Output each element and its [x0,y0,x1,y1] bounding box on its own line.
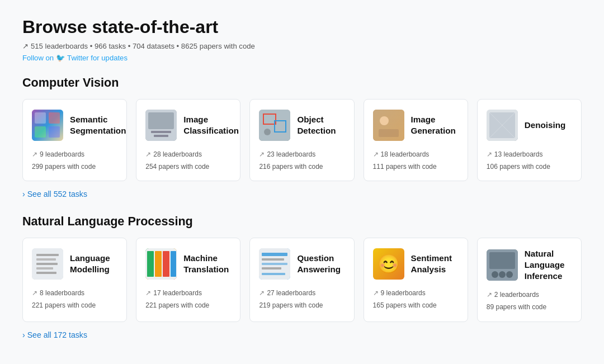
card-nlp-2[interactable]: Question Answering↗ 27 leaderboards219 p… [249,238,354,322]
chart-icon: ↗ [32,287,37,300]
card-name: Machine Translation [183,253,231,275]
twitter-link-label: Twitter for updates [67,54,128,62]
card-header: Denoising [487,110,572,141]
card-stats: ↗ 13 leaderboards106 papers with code [487,149,572,173]
card-leaderboards: ↗ 9 leaderboards [32,149,117,161]
card-papers: 221 papers with code [145,300,231,312]
card-thumbnail [259,248,290,280]
card-thumbnail [259,110,290,141]
card-computer-vision-3[interactable]: Image Generation↗ 18 leaderboards111 pap… [364,99,468,181]
arrow-icon: › [22,190,25,198]
svg-rect-6 [148,112,174,129]
see-all-nlp[interactable]: › See all 172 tasks [22,330,87,339]
svg-rect-36 [262,273,285,275]
svg-rect-25 [36,272,56,274]
chart-icon: ↗ [487,149,492,161]
svg-rect-27 [147,251,154,277]
card-leaderboards: ↗ 17 leaderboards [145,287,231,300]
chart-icon: ↗ [22,42,29,50]
card-stats: ↗ 23 leaderboards216 papers with code [259,149,345,173]
card-stats: ↗ 8 leaderboards221 papers with code [32,287,117,311]
card-name: Natural Language Inference [525,248,572,281]
card-nlp-1[interactable]: Machine Translation↗ 17 leaderboards221 … [136,238,240,322]
card-thumbnail [145,110,177,141]
card-thumbnail: 😊 [373,248,404,280]
card-leaderboards: ↗ 2 leaderboards [487,289,572,301]
section-nlp: Natural Language ProcessingLanguage Mode… [22,214,582,354]
stats-bar: ↗ 515 leaderboards • 966 tasks • 704 dat… [22,42,582,50]
card-papers: 254 papers with code [145,161,231,173]
leaderboard-count: 2 leaderboards [494,289,539,301]
svg-rect-33 [262,258,284,261]
card-thumbnail [32,110,63,141]
card-thumbnail [32,248,63,280]
leaderboard-count: 27 leaderboards [267,287,315,300]
chart-icon: ↗ [145,149,151,161]
card-computer-vision-1[interactable]: Image Classification↗ 28 leaderboards254… [136,99,240,181]
card-leaderboards: ↗ 27 leaderboards [259,287,345,300]
stats-text: 515 leaderboards • 966 tasks • 704 datas… [31,42,255,50]
card-stats: ↗ 17 leaderboards221 papers with code [145,287,231,311]
card-nlp-4[interactable]: Natural Language Inference↗ 2 leaderboar… [477,238,582,322]
card-leaderboards: ↗ 13 leaderboards [487,149,572,161]
svg-rect-22 [36,258,56,261]
card-stats: ↗ 9 leaderboards165 papers with code [373,287,459,311]
twitter-icon: 🐦 [56,54,65,62]
card-nlp-0[interactable]: Language Modelling↗ 8 leaderboards221 pa… [22,238,127,322]
card-computer-vision-0[interactable]: Semantic Segmentation↗ 9 leaderboards299… [22,99,127,181]
svg-rect-28 [155,251,162,277]
twitter-prefix: Follow on [22,54,54,62]
card-leaderboards: ↗ 9 leaderboards [373,287,459,300]
card-computer-vision-4[interactable]: Denoising↗ 13 leaderboards106 papers wit… [477,99,582,181]
card-thumbnail [373,110,404,141]
card-papers: 165 papers with code [373,300,459,312]
card-name: Semantic Segmentation [70,114,126,136]
card-leaderboards: ↗ 18 leaderboards [373,149,459,161]
section-title-computer-vision: Computer Vision [22,75,582,90]
svg-rect-2 [49,112,60,124]
svg-rect-21 [36,254,59,256]
svg-rect-23 [36,263,58,265]
card-leaderboards: ↗ 23 leaderboards [259,149,345,161]
leaderboard-count: 13 leaderboards [494,149,543,161]
card-name: Sentiment Analysis [411,253,459,275]
svg-rect-38 [489,252,515,269]
card-header: 😊Sentiment Analysis [373,248,459,280]
card-computer-vision-2[interactable]: Object Detection↗ 23 leaderboards216 pap… [249,99,354,181]
svg-point-14 [380,116,389,125]
svg-rect-15 [379,129,399,137]
card-header: Semantic Segmentation [32,110,117,141]
card-header: Language Modelling [32,248,117,280]
svg-point-39 [492,271,498,278]
card-papers: 111 papers with code [373,161,459,173]
card-papers: 221 papers with code [32,300,117,312]
page-title: Browse state-of-the-art [22,17,582,37]
leaderboard-count: 9 leaderboards [381,287,426,300]
card-name: Image Generation [411,114,459,136]
chart-icon: ↗ [487,289,492,301]
card-stats: ↗ 28 leaderboards254 papers with code [145,149,231,173]
svg-rect-32 [262,253,287,256]
svg-rect-24 [36,267,53,270]
svg-rect-30 [171,251,176,277]
chart-icon: ↗ [259,287,265,300]
twitter-follow-link[interactable]: Follow on 🐦 Twitter for updates [22,54,582,62]
leaderboard-count: 28 leaderboards [153,149,202,161]
card-thumbnail [487,249,518,281]
section-title-nlp: Natural Language Processing [22,214,582,229]
card-header: Image Generation [373,110,459,141]
svg-rect-4 [49,126,60,138]
card-nlp-3[interactable]: 😊Sentiment Analysis↗ 9 leaderboards165 p… [364,238,468,322]
svg-rect-34 [262,263,287,265]
svg-point-40 [499,271,506,278]
card-thumbnail [487,110,518,141]
card-name: Image Classification [183,114,239,136]
card-name: Object Detection [297,114,345,136]
sections-container: Computer VisionSemantic Segmentation↗ 9 … [22,75,582,355]
svg-rect-29 [163,251,169,277]
chart-icon: ↗ [373,149,379,161]
card-stats: ↗ 27 leaderboards219 papers with code [259,287,345,311]
leaderboard-count: 18 leaderboards [381,149,430,161]
see-all-computer-vision[interactable]: › See all 552 tasks [22,190,87,198]
leaderboard-count: 9 leaderboards [40,149,84,161]
